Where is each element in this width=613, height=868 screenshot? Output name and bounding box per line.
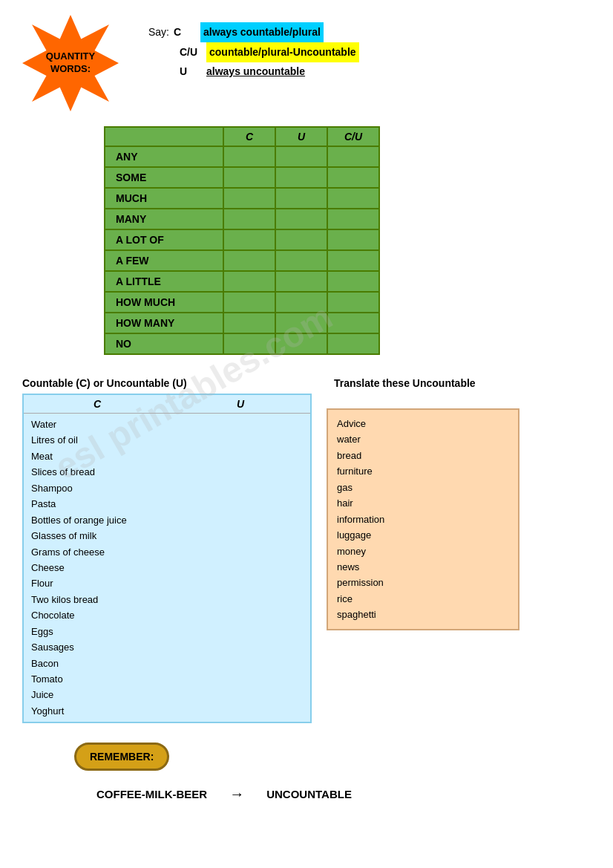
cu-description: countable/plural-Uncountable [206,42,359,62]
quantity-table: C U C/U ANY SOME MUCH MANY A [104,126,380,355]
word-cell: ANY [105,146,223,167]
word-cell: A FEW [105,250,223,271]
c-cell [223,313,275,333]
section-title-uncountable: Translate these Uncountable [334,377,476,389]
cu-cell [327,209,379,229]
u-cell [275,209,327,229]
remember-badge: REMEMBER: [74,743,169,771]
list-item: Flour [31,575,303,591]
list-item: spaghetti [337,607,509,622]
c-cell [223,209,275,229]
list-item: Chocolate [31,607,303,623]
countable-col-c: C [24,398,171,410]
table-row: NO [105,333,379,354]
list-item: Water [31,417,303,432]
list-item: Sausages [31,639,303,655]
c-key: C [174,23,196,42]
section-title-countable: Countable (C) or Uncountable (U) [22,377,334,389]
list-item: Litres of oil [31,432,303,448]
word-cell: NO [105,333,223,354]
list-item: Two kilos bread [31,592,303,607]
col-cu-header: C/U [327,127,379,146]
cu-cell [327,271,379,292]
c-cell [223,146,275,167]
starburst-badge: QUANTITY WORDS: [22,15,119,111]
cu-cell [327,333,379,354]
word-cell: A LITTLE [105,271,223,292]
remember-section: REMEMBER: [0,728,613,778]
cu-cell [327,250,379,271]
cu-cell [327,167,379,188]
list-item: permission [337,575,509,590]
u-cell [275,167,327,188]
list-item: Shampoo [31,480,303,496]
remember-result: UNCOUNTABLE [266,788,352,800]
list-item: Tomato [31,671,303,687]
list-item: Bacon [31,656,303,671]
quantity-table-section: C U C/U ANY SOME MUCH MANY A [0,119,613,370]
col-c-header: C [223,127,275,146]
say-row-c: Say: C always countable/plural [148,22,359,42]
c-cell [223,188,275,209]
word-cell: MUCH [105,188,223,209]
cu-cell [327,313,379,333]
table-row: SOME [105,167,379,188]
cu-cell [327,292,379,313]
c-cell [223,333,275,354]
word-cell: MANY [105,209,223,229]
u-key: U [180,62,202,81]
word-cell: A LOT OF [105,229,223,250]
u-description: always uncountable [206,62,305,81]
list-item: bread [337,448,509,463]
table-row: MUCH [105,188,379,209]
word-cell: HOW MUCH [105,292,223,313]
u-cell [275,229,327,250]
section-titles-row: Countable (C) or Uncountable (U) Transla… [0,377,613,389]
table-row: ANY [105,146,379,167]
u-cell [275,146,327,167]
list-item: news [337,559,509,575]
list-item: Meat [31,448,303,464]
countable-table-header: C U [24,395,310,414]
c-cell [223,271,275,292]
list-item: rice [337,591,509,607]
countable-col-u: U [171,398,310,410]
table-row: A LOT OF [105,229,379,250]
say-label: Say: [148,23,169,42]
list-item: Advice [337,416,509,431]
table-row: HOW MUCH [105,292,379,313]
say-row-u: U always uncountable [180,62,359,81]
starburst-text: QUANTITY WORDS: [22,43,119,83]
list-item: information [337,512,509,527]
list-item: Glasses of milk [31,528,303,544]
table-row: A FEW [105,250,379,271]
u-cell [275,250,327,271]
cu-cell [327,229,379,250]
list-item: Slices of bread [31,464,303,480]
c-description: always countable/plural [200,22,324,42]
list-item: Cheese [31,560,303,575]
word-cell: SOME [105,167,223,188]
u-cell [275,292,327,313]
list-item: Grams of cheese [31,544,303,560]
list-item: hair [337,495,509,511]
table-row: HOW MANY [105,313,379,333]
list-item: Yoghurt [31,703,303,719]
say-row-cu: C/U countable/plural-Uncountable [180,42,359,62]
u-cell [275,271,327,292]
uncountable-table: Advicewaterbreadfurnituregashairinformat… [327,408,519,630]
list-item: water [337,431,509,447]
tables-row: C U WaterLitres of oilMeatSlices of brea… [0,389,613,728]
list-item: money [337,544,509,559]
col-words-header [105,127,223,146]
list-item: furniture [337,463,509,479]
u-cell [275,188,327,209]
header-section: QUANTITY WORDS: Say: C always countable/… [0,0,613,119]
say-box: Say: C always countable/plural C/U count… [148,22,359,82]
list-item: luggage [337,527,509,543]
cu-key: C/U [180,43,202,62]
list-item: gas [337,480,509,495]
c-cell [223,292,275,313]
cu-cell [327,146,379,167]
arrow-right-icon: → [229,786,244,803]
